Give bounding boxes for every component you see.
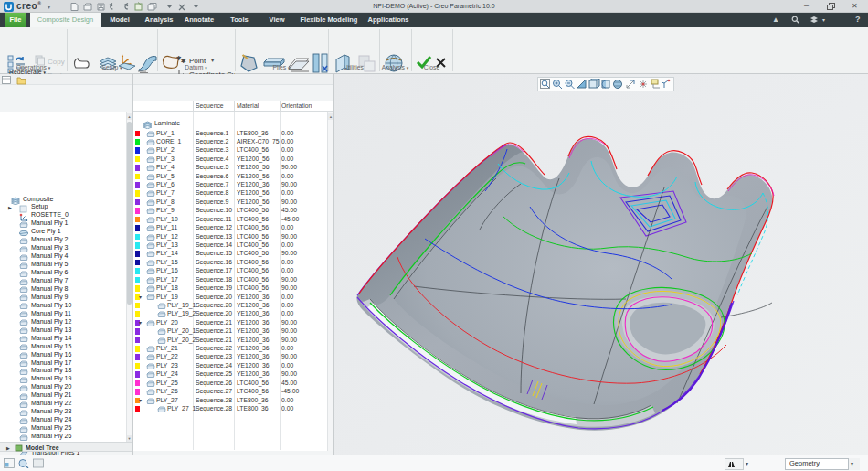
- svg-text:▾: ▾: [211, 57, 215, 63]
- svg-text:✱: ✱: [181, 58, 186, 64]
